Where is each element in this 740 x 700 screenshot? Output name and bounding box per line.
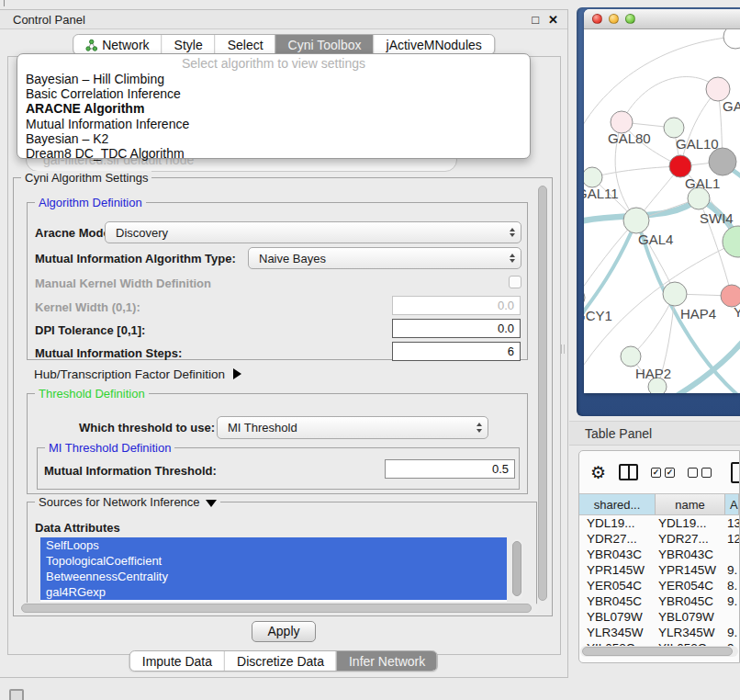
control-panel-tabbar: NetworkStyleSelectCyni ToolboxjActiveMNo… [73, 34, 495, 55]
minimize-traffic-light-icon[interactable] [609, 14, 619, 24]
float-window-icon[interactable]: □ [532, 10, 539, 29]
network-node-label: GAL [723, 98, 740, 114]
settings-vertical-scrollbar[interactable] [537, 186, 548, 601]
mi-threshold-field[interactable]: 0.5 [385, 459, 515, 479]
attribute-list-item[interactable]: BetweennessCentrality [40, 569, 507, 584]
attribute-list-item[interactable]: TopologicalCoefficient [40, 553, 507, 569]
attribute-list-item[interactable]: gal4RGexp [40, 584, 507, 600]
algorithm-popup-list: Bayesian – Hill ClimbingBasic Correlatio… [17, 72, 530, 161]
scrollbar-thumb[interactable] [582, 647, 733, 656]
column-header-name[interactable]: name [656, 494, 725, 514]
network-node-gal1[interactable] [669, 155, 691, 177]
algorithm-option-bayesian-k2[interactable]: Bayesian – K2 [17, 131, 530, 146]
collapse-down-icon [206, 500, 217, 507]
table-row[interactable]: YDL19...YDL19...13 [579, 515, 739, 531]
cyni-algorithm-settings-group: Cyni Algorithm Settings Algorithm Defini… [13, 177, 553, 616]
network-canvas[interactable]: GALGAL80GAL10GAL1GAL11SWI4GAL4GCY1HAP4YH… [584, 29, 740, 393]
scrollbar-thumb[interactable] [512, 541, 521, 596]
dpi-tolerance-field[interactable]: 0.0 [392, 319, 521, 338]
tab-label: Infer Network [349, 654, 425, 669]
sources-title-text: Sources for Network Inference [39, 495, 200, 509]
column-header-a[interactable]: A [725, 494, 739, 514]
table-horizontal-scrollbar[interactable] [580, 646, 738, 657]
network-node[interactable] [709, 148, 736, 175]
panel-resize-grip[interactable] [561, 344, 565, 354]
sources-group-title[interactable]: Sources for Network Inference [35, 495, 220, 509]
table-row[interactable]: YDR27...YDR27...12 [579, 531, 739, 547]
table-cell: 9. [725, 625, 739, 640]
tab-label: Cyni Toolbox [288, 38, 362, 52]
algorithm-option-dream8-dc-tdc-algorithm[interactable]: Dream8 DC_TDC Algorithm [17, 146, 530, 161]
tab-style[interactable]: Style [162, 35, 215, 54]
network-node[interactable] [723, 29, 740, 49]
tab-label: jActiveMNodules [387, 38, 482, 52]
tab-network[interactable]: Network [73, 35, 161, 54]
manual-kernel-width-checkbox[interactable] [509, 276, 521, 288]
tab-label: Network [102, 38, 149, 52]
tab-discretize-data[interactable]: Discretize Data [224, 651, 336, 671]
mi-algorithm-type-select[interactable]: Naive Bayes [248, 247, 521, 269]
network-node-label: GAL11 [584, 186, 619, 201]
network-node-hap2[interactable] [621, 346, 641, 367]
collapsed-panel-icon[interactable] [9, 689, 24, 700]
table-toolbar: ⚙ ✓ ✓ [579, 451, 739, 493]
window-controls: □ ✕ [532, 10, 558, 29]
table-cell: YLR345W [579, 625, 656, 640]
scrollbar-thumb[interactable] [21, 604, 532, 613]
tab-impute-data[interactable]: Impute Data [130, 651, 224, 671]
scrollbar-thumb[interactable] [538, 186, 547, 601]
algorithm-option-mutual-information-inference[interactable]: Mutual Information Inference [17, 117, 530, 131]
hub-definition-expander[interactable]: Hub/Transcription Factor Definition [34, 367, 241, 381]
split-columns-icon[interactable] [619, 464, 638, 480]
table-cell: YBL079W [579, 609, 656, 625]
tab-label: Style [174, 38, 203, 52]
network-node[interactable] [723, 226, 740, 257]
network-node-gal10[interactable] [664, 118, 684, 138]
tab-jactivemnodules[interactable]: jActiveMNodules [374, 35, 494, 54]
network-node-labels: GALGAL80GAL10GAL1GAL11SWI4GAL4GCY1HAP4YH… [584, 98, 740, 381]
algorithm-popup-prompt: Select algorithm to view settings [17, 56, 530, 72]
select-all-checkboxes-icon[interactable]: ✓ ✓ [651, 468, 675, 478]
zoom-traffic-light-icon[interactable] [625, 14, 635, 24]
close-window-icon[interactable]: ✕ [548, 10, 558, 29]
algorithm-option-basic-correlation-inference[interactable]: Basic Correlation Inference [17, 86, 530, 101]
document-icon[interactable] [731, 462, 740, 483]
gear-icon[interactable]: ⚙ [590, 464, 606, 481]
algorithm-definition-title: Algorithm Definition [35, 196, 146, 209]
tab-cyni-toolbox[interactable]: Cyni Toolbox [275, 35, 374, 54]
close-traffic-light-icon[interactable] [592, 14, 602, 24]
cyni-bottom-tabbar: Impute DataDiscretize DataInfer Network [129, 650, 438, 672]
network-node-gcy1[interactable] [584, 288, 585, 307]
table-row[interactable]: YBR043CYBR043C [579, 547, 739, 562]
column-header-shared[interactable]: shared... [579, 494, 656, 514]
table-row[interactable]: YER054CYER054C8. [579, 578, 739, 593]
network-node-gal11[interactable] [584, 167, 602, 187]
algorithm-option-bayesian-hill-climbing[interactable]: Bayesian – Hill Climbing [17, 72, 530, 86]
stepper-arrows-icon [477, 423, 482, 433]
table-cell: YBR043C [656, 547, 725, 562]
network-node-hap4[interactable] [663, 282, 687, 306]
mi-steps-field[interactable]: 6 [392, 342, 521, 361]
table-row[interactable]: YBL079WYBL079W [579, 609, 739, 625]
algorithm-option-aracne-algorithm[interactable]: ARACNE Algorithm [17, 101, 530, 116]
table-row[interactable]: YLR345WYLR345W9. [579, 625, 739, 640]
mi-algorithm-type-label: Mutual Information Algorithm Type: [35, 252, 236, 265]
deselect-all-checkboxes-icon[interactable] [688, 468, 712, 478]
tab-select[interactable]: Select [215, 35, 275, 54]
table-row[interactable]: YBR045CYBR045C9. [579, 593, 739, 609]
network-graph: GALGAL80GAL10GAL1GAL11SWI4GAL4GCY1HAP4YH… [584, 29, 740, 393]
attribute-list-item[interactable]: SelfLoops [40, 537, 507, 553]
kernel-width-field[interactable]: 0.0 [392, 296, 521, 315]
aracne-mode-value: Discovery [116, 226, 504, 240]
settings-horizontal-scrollbar[interactable] [19, 603, 539, 614]
apply-button[interactable]: Apply [252, 621, 316, 642]
attributes-scrollbar[interactable] [512, 539, 522, 600]
network-node-label: GAL1 [685, 175, 720, 191]
table-cell: YPR145W [656, 562, 725, 578]
table-row[interactable]: YPR145WYPR145W9. [579, 562, 739, 578]
which-threshold-select[interactable]: MI Threshold [217, 416, 488, 439]
network-node-gal4[interactable] [623, 208, 649, 233]
aracne-mode-select[interactable]: Discovery [105, 221, 521, 243]
tab-infer-network[interactable]: Infer Network [336, 651, 437, 671]
algorithm-definition-group: Algorithm Definition Aracne Mode: Discov… [27, 202, 528, 360]
